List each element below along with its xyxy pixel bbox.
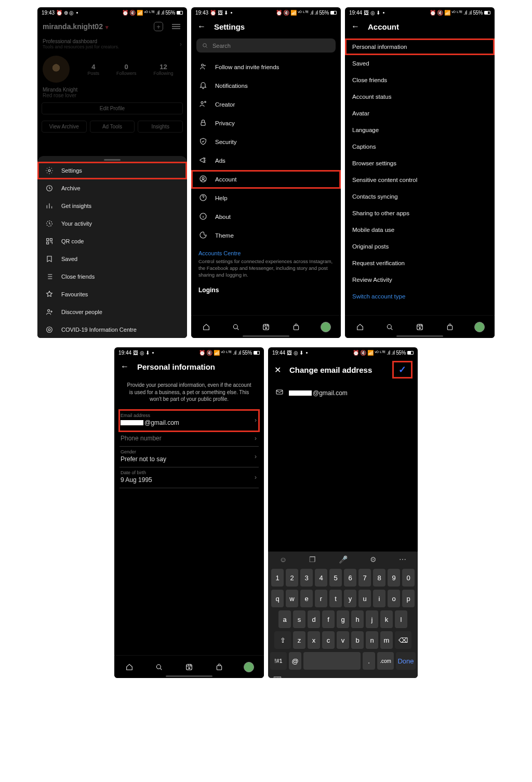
menu-activity[interactable]: Your activity xyxy=(37,215,187,232)
shop-icon[interactable] xyxy=(214,662,224,672)
shop-icon[interactable] xyxy=(445,322,455,332)
key-b[interactable]: b xyxy=(351,631,364,649)
key-at[interactable]: @ xyxy=(289,652,301,670)
account-original-posts[interactable]: Original posts xyxy=(345,238,495,255)
search-icon[interactable] xyxy=(384,322,395,332)
search-icon[interactable] xyxy=(154,662,164,672)
settings-theme[interactable]: Theme xyxy=(191,226,341,245)
kb-switch-icon[interactable]: ⌨ xyxy=(273,675,282,679)
key-symbols[interactable]: !#1 xyxy=(270,652,287,670)
menu-insights[interactable]: Get insights xyxy=(37,197,187,215)
account-captions[interactable]: Captions xyxy=(345,138,495,155)
field-phone[interactable]: Phone number › xyxy=(119,431,259,447)
key-3[interactable]: 3 xyxy=(300,569,313,586)
account-saved[interactable]: Saved xyxy=(345,55,495,72)
pro-dashboard-row[interactable]: Professional dashboard Tools and resourc… xyxy=(37,36,187,54)
reels-icon[interactable] xyxy=(184,662,194,672)
key-u[interactable]: u xyxy=(358,590,371,607)
sheet-handle[interactable] xyxy=(104,159,121,161)
kb-more-icon[interactable]: ⋯ xyxy=(399,555,406,564)
account-mobile-data[interactable]: Mobile data use xyxy=(345,221,495,238)
key-c[interactable]: c xyxy=(322,631,335,649)
field-email[interactable]: Email address @gmail.com › xyxy=(119,410,259,431)
settings-ads[interactable]: Ads xyxy=(191,151,341,170)
sticker-icon[interactable]: ❐ xyxy=(309,555,316,564)
reels-icon[interactable] xyxy=(415,322,425,332)
key-shift[interactable]: ⇧ xyxy=(274,631,291,649)
key-0[interactable]: 0 xyxy=(402,569,415,586)
confirm-check-icon[interactable]: ✓ xyxy=(393,362,411,377)
account-browser[interactable]: Browser settings xyxy=(345,155,495,172)
kb-settings-icon[interactable]: ⚙ xyxy=(370,555,377,564)
key-r[interactable]: r xyxy=(315,590,327,607)
mic-icon[interactable]: 🎤 xyxy=(339,555,348,564)
profile-nav-icon[interactable] xyxy=(244,662,254,672)
account-sensitive[interactable]: Sensitive content control xyxy=(345,172,495,188)
menu-qr[interactable]: QR code xyxy=(37,232,187,250)
account-close-friends[interactable]: Close friends xyxy=(345,72,495,88)
stat-followers[interactable]: 0Followers xyxy=(116,63,137,76)
key-z[interactable]: z xyxy=(293,631,305,649)
profile-nav-icon[interactable] xyxy=(321,322,331,332)
key-t[interactable]: t xyxy=(329,590,342,607)
insights-button[interactable]: Insights xyxy=(138,121,183,133)
accounts-centre-link[interactable]: Accounts Centre xyxy=(191,245,341,257)
key-d[interactable]: d xyxy=(308,610,320,628)
account-status[interactable]: Account status xyxy=(345,88,495,105)
key-h[interactable]: h xyxy=(351,610,364,628)
view-archive-button[interactable]: View Archive xyxy=(42,121,87,133)
field-dob[interactable]: Date of birth 9 Aug 1995 › xyxy=(119,467,259,488)
key-w[interactable]: w xyxy=(286,590,298,607)
close-icon[interactable]: ✕ xyxy=(274,365,281,375)
settings-privacy[interactable]: Privacy xyxy=(191,114,341,133)
menu-archive[interactable]: Archive xyxy=(37,179,187,197)
settings-creator[interactable]: Creator xyxy=(191,95,341,114)
account-sharing[interactable]: Sharing to other apps xyxy=(345,205,495,221)
account-avatar[interactable]: Avatar xyxy=(345,105,495,122)
key-backspace[interactable]: ⌫ xyxy=(395,631,411,649)
menu-settings[interactable]: Settings xyxy=(37,162,187,179)
back-icon[interactable]: ← xyxy=(121,362,129,371)
home-icon[interactable] xyxy=(124,662,135,672)
key-space[interactable] xyxy=(303,652,361,670)
profile-nav-icon[interactable] xyxy=(474,322,485,332)
key-v[interactable]: v xyxy=(337,631,349,649)
key-7[interactable]: 7 xyxy=(358,569,371,586)
stat-following[interactable]: 12Following xyxy=(153,63,173,76)
settings-help[interactable]: Help xyxy=(191,189,341,207)
search-input[interactable]: Search xyxy=(196,38,336,53)
key-9[interactable]: 9 xyxy=(388,569,400,586)
key-m[interactable]: m xyxy=(380,631,393,649)
key-k[interactable]: k xyxy=(380,610,393,628)
key-l[interactable]: l xyxy=(395,610,407,628)
key-j[interactable]: j xyxy=(366,610,378,628)
key-f[interactable]: f xyxy=(322,610,335,628)
key-x[interactable]: x xyxy=(308,631,320,649)
edit-profile-button[interactable]: Edit Profile xyxy=(42,102,183,114)
settings-follow-invite[interactable]: Follow and invite friends xyxy=(191,58,341,76)
menu-icon[interactable] xyxy=(170,21,182,32)
account-language[interactable]: Language xyxy=(345,122,495,138)
key-y[interactable]: y xyxy=(344,590,356,607)
home-icon[interactable] xyxy=(201,322,211,332)
key-q[interactable]: q xyxy=(271,590,284,607)
email-input-row[interactable]: @gmail.com xyxy=(268,383,418,403)
account-verification[interactable]: Request verification xyxy=(345,255,495,271)
account-review-activity[interactable]: Review Activity xyxy=(345,271,495,288)
key-done[interactable]: Done xyxy=(396,652,416,670)
kb-collapse-icon[interactable]: ⌄ xyxy=(408,675,413,679)
settings-about[interactable]: About xyxy=(191,207,341,226)
menu-covid[interactable]: COVID-19 Information Centre xyxy=(37,321,187,338)
key-n[interactable]: n xyxy=(366,631,378,649)
key-2[interactable]: 2 xyxy=(286,569,298,586)
emoji-icon[interactable]: ☺ xyxy=(280,555,287,564)
account-switch-type[interactable]: Switch account type xyxy=(345,288,495,305)
ad-tools-button[interactable]: Ad Tools xyxy=(90,121,135,133)
shop-icon[interactable] xyxy=(291,322,301,332)
account-contacts[interactable]: Contacts syncing xyxy=(345,188,495,205)
search-icon[interactable] xyxy=(231,322,241,332)
key-a[interactable]: a xyxy=(278,610,291,628)
key-1[interactable]: 1 xyxy=(271,569,284,586)
key-s[interactable]: s xyxy=(293,610,305,628)
menu-saved[interactable]: Saved xyxy=(37,250,187,268)
